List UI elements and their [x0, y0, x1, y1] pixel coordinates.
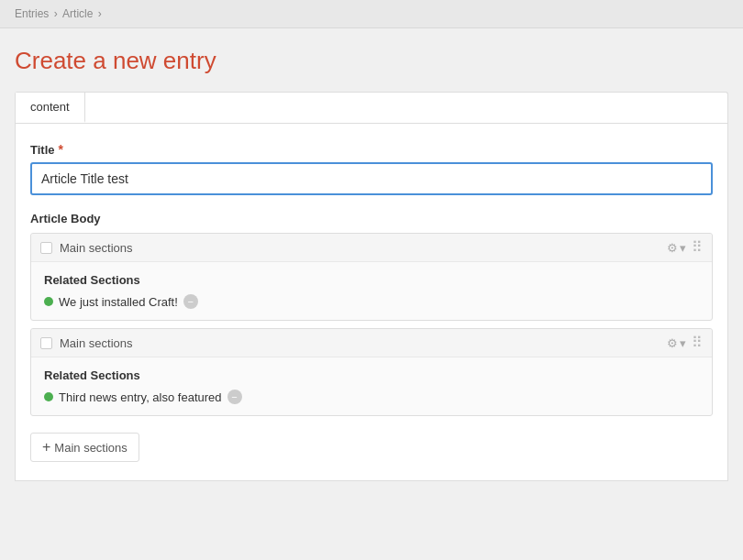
drag-handle[interactable]: ⠿ — [692, 240, 703, 255]
block-title: Main sections — [60, 336, 667, 350]
breadcrumb-sep2: › — [98, 7, 102, 20]
block-card-body: Related Sections We just installed Craft… — [31, 262, 712, 320]
status-dot-live — [44, 392, 53, 401]
breadcrumb-entries[interactable]: Entries — [15, 7, 49, 20]
title-input[interactable] — [30, 162, 713, 195]
article-body-label: Article Body — [30, 212, 713, 225]
chevron-down-icon: ▾ — [680, 336, 686, 350]
page-content: Create a new entry content Title * Artic… — [0, 28, 743, 500]
related-item: Third news entry, also featured − — [44, 390, 699, 404]
page-title: Create a new entry — [15, 47, 728, 75]
breadcrumb-sep1: › — [54, 7, 61, 20]
tab-panel: Title * Article Body Main sections ⚙ ▾ ⠿… — [15, 123, 728, 481]
tab-bar: content — [15, 92, 728, 123]
gear-icon: ⚙ — [667, 336, 678, 350]
breadcrumb: Entries › Article › — [0, 0, 743, 28]
block-card-header: Main sections ⚙ ▾ ⠿ — [31, 234, 712, 262]
related-item: We just installed Craft! − — [44, 294, 699, 309]
tab-content[interactable]: content — [16, 93, 85, 123]
related-item-text: We just installed Craft! — [59, 295, 178, 309]
plus-icon: + — [42, 439, 50, 456]
block-card-header: Main sections ⚙ ▾ ⠿ — [31, 329, 712, 357]
block-card-body: Related Sections Third news entry, also … — [31, 357, 712, 415]
gear-button[interactable]: ⚙ ▾ — [667, 241, 686, 255]
chevron-down-icon: ▾ — [680, 241, 686, 255]
remove-item-button[interactable]: − — [183, 294, 198, 309]
block-actions: ⚙ ▾ ⠿ — [667, 240, 703, 255]
status-dot-live — [44, 297, 53, 306]
block-card: Main sections ⚙ ▾ ⠿ Related Sections Thi… — [30, 328, 713, 416]
block-checkbox[interactable] — [40, 337, 52, 349]
drag-handle[interactable]: ⠿ — [692, 335, 703, 350]
related-sections-label: Related Sections — [44, 273, 699, 287]
block-card: Main sections ⚙ ▾ ⠿ Related Sections We … — [30, 233, 713, 321]
block-title: Main sections — [60, 241, 667, 255]
required-indicator: * — [59, 142, 63, 157]
block-checkbox[interactable] — [40, 242, 52, 254]
breadcrumb-article[interactable]: Article — [62, 7, 93, 20]
block-actions: ⚙ ▾ ⠿ — [667, 335, 703, 350]
related-sections-label: Related Sections — [44, 368, 699, 382]
gear-icon: ⚙ — [667, 241, 678, 255]
remove-item-button[interactable]: − — [227, 390, 242, 404]
add-button-label: Main sections — [54, 441, 127, 455]
title-label: Title * — [30, 142, 713, 157]
related-item-text: Third news entry, also featured — [59, 390, 222, 404]
gear-button[interactable]: ⚙ ▾ — [667, 336, 686, 350]
add-main-sections-button[interactable]: + Main sections — [30, 433, 139, 462]
